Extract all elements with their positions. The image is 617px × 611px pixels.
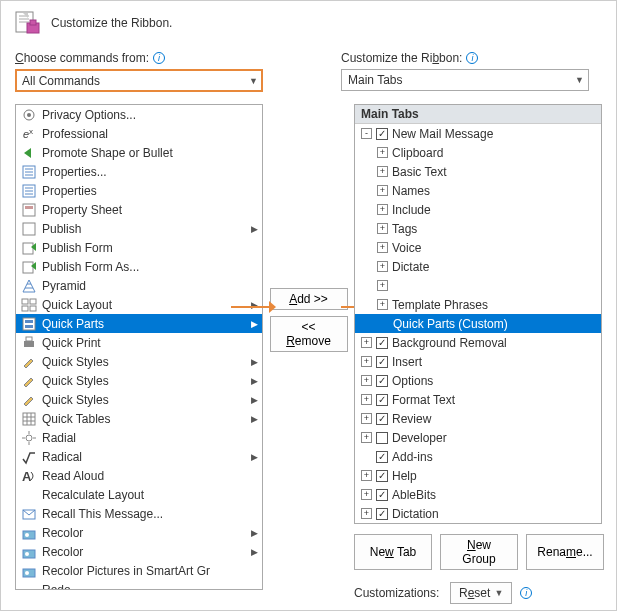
info-icon[interactable]: i [520,587,532,599]
command-item[interactable]: Recolor Pictures in SmartArt Gr [16,561,262,580]
info-icon[interactable]: i [466,52,478,64]
command-item[interactable]: Publish Form [16,238,262,257]
rename-button[interactable]: Rename... [526,534,604,570]
tree-item[interactable]: +Insert [355,352,601,371]
command-item[interactable]: Recolor▶ [16,542,262,561]
ribbon-tree[interactable]: Main Tabs -New Mail Message+Clipboard+Ba… [354,104,602,524]
command-item[interactable]: Promote Shape or Bullet [16,143,262,162]
command-item[interactable]: Quick Parts▶ [16,314,262,333]
command-item[interactable]: Publish Form As... [16,257,262,276]
tree-item[interactable]: +Dictation [355,504,601,522]
expand-toggle[interactable]: + [361,413,372,424]
checkbox[interactable] [376,356,388,368]
expand-toggle[interactable]: + [361,375,372,386]
tree-item[interactable]: +Clipboard [355,143,601,162]
expand-toggle[interactable]: + [377,204,388,215]
tree-item[interactable]: + [355,276,601,295]
expand-toggle[interactable]: + [377,242,388,253]
checkbox[interactable] [376,451,388,463]
tree-item[interactable]: +Names [355,181,601,200]
tree-item[interactable]: +Tags [355,219,601,238]
command-label: Pyramid [42,279,86,293]
tree-item[interactable]: +Developer [355,428,601,447]
choose-commands-combo[interactable]: All Commands ▼ [15,69,263,92]
command-item[interactable]: Quick Styles▶ [16,390,262,409]
command-item[interactable]: Recall This Message... [16,504,262,523]
command-item[interactable]: Quick Styles▶ [16,352,262,371]
expand-toggle[interactable]: + [377,261,388,272]
command-item[interactable]: Quick Print [16,333,262,352]
command-item[interactable]: Property Sheet [16,200,262,219]
chevron-down-icon: ▼ [575,75,584,85]
expand-toggle[interactable]: + [377,147,388,158]
print-icon [20,335,38,351]
command-item[interactable]: Recalculate Layout [16,485,262,504]
tree-item[interactable]: +Format Text [355,390,601,409]
checkbox[interactable] [376,432,388,444]
tree-item[interactable]: +Help [355,466,601,485]
tree-item[interactable]: +Review [355,409,601,428]
tree-item[interactable]: +Basic Text [355,162,601,181]
command-item[interactable]: Redo [16,580,262,589]
command-item[interactable]: Quick Tables▶ [16,409,262,428]
tree-label: Background Removal [392,336,507,350]
add-button[interactable]: Add >> [270,288,348,310]
expand-toggle[interactable]: - [361,128,372,139]
read-icon: A [20,468,38,484]
reset-button[interactable]: Reset ▼ [450,582,512,604]
tree-item[interactable]: +Template Phrases [355,295,601,314]
checkbox[interactable] [376,375,388,387]
command-item[interactable]: Recolor▶ [16,523,262,542]
tree-label: Quick Parts (Custom) [393,317,508,331]
expand-toggle[interactable]: + [377,166,388,177]
checkbox[interactable] [376,394,388,406]
ex-icon: ex [20,126,38,142]
tree-item[interactable]: +Include [355,200,601,219]
checkbox[interactable] [376,337,388,349]
command-item[interactable]: Publish▶ [16,219,262,238]
checkbox[interactable] [376,508,388,520]
tree-item[interactable]: +Voice [355,238,601,257]
command-item[interactable]: Quick Styles▶ [16,371,262,390]
expand-toggle[interactable]: + [361,470,372,481]
tree-item[interactable]: +Dictate [355,257,601,276]
command-item[interactable]: Quick Layout▶ [16,295,262,314]
remove-button[interactable]: << Remove [270,316,348,352]
expand-toggle[interactable]: + [361,394,372,405]
info-icon[interactable]: i [153,52,165,64]
command-item[interactable]: Properties... [16,162,262,181]
checkbox[interactable] [376,128,388,140]
tree-label: Dictation [392,507,439,521]
tree-item[interactable]: +Background Removal [355,333,601,352]
expand-toggle[interactable]: + [361,356,372,367]
commands-listbox[interactable]: Privacy Options...exProfessionalPromote … [15,104,263,590]
new-group-button[interactable]: New Group [440,534,518,570]
command-item[interactable]: ARead Aloud [16,466,262,485]
checkbox[interactable] [376,413,388,425]
expand-toggle[interactable]: + [361,432,372,443]
command-item[interactable]: Radial [16,428,262,447]
expand-toggle[interactable]: + [361,489,372,500]
command-item[interactable]: Radical▶ [16,447,262,466]
tree-item[interactable]: -New Mail Message [355,124,601,143]
tree-item[interactable]: Quick Parts (Custom) [355,314,601,333]
expand-toggle[interactable]: + [377,223,388,234]
customize-ribbon-combo[interactable]: Main Tabs ▼ [341,69,589,91]
expand-toggle[interactable]: + [377,299,388,310]
expand-toggle[interactable]: + [361,508,372,519]
command-item[interactable]: exProfessional [16,124,262,143]
checkbox[interactable] [376,489,388,501]
customize-ribbon-icon [15,11,43,35]
command-item[interactable]: Pyramid [16,276,262,295]
tree-item[interactable]: +Options [355,371,601,390]
checkbox[interactable] [376,470,388,482]
expand-toggle[interactable]: + [377,185,388,196]
command-item[interactable]: Privacy Options... [16,105,262,124]
tree-item[interactable]: +AbleBits [355,485,601,504]
expand-toggle[interactable]: + [361,337,372,348]
new-tab-button[interactable]: New Tab [354,534,432,570]
expand-toggle[interactable]: + [377,280,388,291]
command-item[interactable]: Properties [16,181,262,200]
svg-marker-10 [24,148,31,158]
tree-item[interactable]: Add-ins [355,447,601,466]
